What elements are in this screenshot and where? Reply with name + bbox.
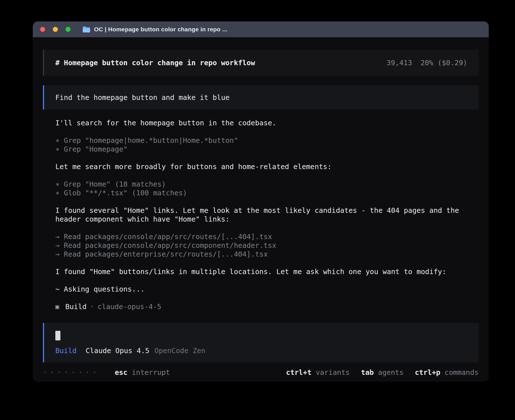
session-title: # Homepage button color change in repo w… <box>55 58 255 67</box>
hint-label-agents: agents <box>378 368 403 377</box>
session-header: # Homepage button color change in repo w… <box>43 50 479 76</box>
status-bar: ········ esc interrupt ctrl+t variants t… <box>43 368 479 377</box>
hint-key-esc: esc <box>115 368 127 377</box>
tool-call-group: → Read packages/console/app/src/routes/[… <box>55 232 479 259</box>
minimize-button[interactable] <box>53 27 58 32</box>
working-status: ~ Asking questions... <box>55 285 479 294</box>
tool-call-group: ∗ Grep "homepage|home.*button|Home.*butt… <box>55 136 479 154</box>
hint-label-variants: variants <box>316 368 350 377</box>
tool-call-line: → Read packages/enterprise/src/routes/[.… <box>55 250 479 259</box>
user-message-text: Find the homepage button and make it blu… <box>55 93 230 102</box>
folder-icon <box>82 26 90 33</box>
hint-label-interrupt: interrupt <box>132 368 170 377</box>
hint-key-ctrl-t: ctrl+t <box>286 368 311 377</box>
terminal-content: # Homepage button color change in repo w… <box>33 37 489 382</box>
tool-call-line: ∗ Grep "Homepage" <box>55 145 479 154</box>
hint-agents: tab agents <box>361 368 404 377</box>
tool-call-line: ∗ Grep "homepage|home.*button|Home.*butt… <box>55 136 479 145</box>
titlebar[interactable]: OC | Homepage button color change in rep… <box>33 21 489 37</box>
agent-mode[interactable]: Build <box>55 346 77 355</box>
progress-dots: ········ <box>43 368 99 377</box>
input-modeline: Build Claude Opus 4.5 OpenCode Zen <box>55 346 467 355</box>
text-cursor <box>55 331 60 340</box>
hint-key-ctrl-p: ctrl+p <box>415 368 440 377</box>
close-button[interactable] <box>40 27 45 32</box>
prompt-input[interactable]: Build Claude Opus 4.5 OpenCode Zen <box>43 323 479 362</box>
context-usage: 20% ($0.29) <box>420 58 467 67</box>
session-stats: 39,413 20% ($0.29) <box>387 58 467 67</box>
assistant-transcript: I'll search for the homepage button in t… <box>43 119 479 311</box>
hint-commands: ctrl+p commands <box>415 368 479 377</box>
zoom-button[interactable] <box>66 27 71 32</box>
hint-key-tab: tab <box>361 368 374 377</box>
agent-name: Build <box>65 302 86 311</box>
tool-call-line: ∗ Glob "**/*.tsx" (100 matches) <box>55 189 479 197</box>
tool-call-line: → Read packages/console/app/src/componen… <box>55 241 479 250</box>
hint-variants: ctrl+t variants <box>286 368 350 377</box>
assistant-paragraph: I found several "Home" links. Let me loo… <box>55 206 479 224</box>
model-provider: OpenCode Zen <box>154 346 206 355</box>
agent-row: ▣ Build · claude-opus-4-5 <box>55 302 479 311</box>
agent-icon: ▣ <box>55 302 59 311</box>
traffic-lights <box>40 27 71 32</box>
window-title: OC | Homepage button color change in rep… <box>94 26 227 33</box>
status-shortcuts: ctrl+t variants tab agents ctrl+p comman… <box>286 368 479 377</box>
assistant-paragraph: Let me search more broadly for buttons a… <box>55 162 479 171</box>
agent-separator: · <box>90 302 94 311</box>
hint-interrupt: esc interrupt <box>115 368 170 377</box>
tool-call-line: → Read packages/console/app/src/routes/[… <box>55 232 479 241</box>
assistant-paragraph: I found "Home" buttons/links in multiple… <box>55 267 479 276</box>
token-count: 39,413 <box>387 58 412 67</box>
user-message: Find the homepage button and make it blu… <box>43 85 479 110</box>
model-name: Claude Opus 4.5 <box>86 346 149 355</box>
agent-model: claude-opus-4-5 <box>98 302 162 311</box>
terminal-window: OC | Homepage button color change in rep… <box>33 21 489 382</box>
tool-call-group: ∗ Grep "Home" (18 matches) ∗ Glob "**/*.… <box>55 180 479 197</box>
hint-label-commands: commands <box>445 368 479 377</box>
tool-call-line: ∗ Grep "Home" (18 matches) <box>55 180 479 189</box>
assistant-paragraph: I'll search for the homepage button in t… <box>55 119 479 127</box>
